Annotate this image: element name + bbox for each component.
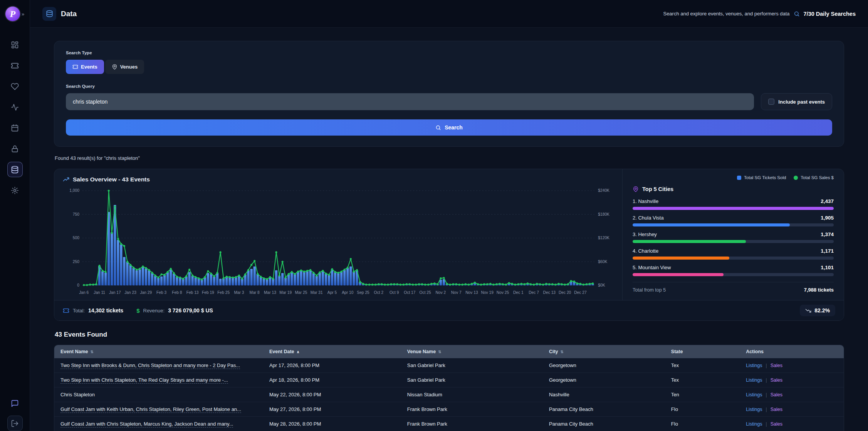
svg-text:$0K: $0K: [598, 283, 605, 287]
svg-text:Mar 8: Mar 8: [250, 290, 260, 295]
sidebar-item-tickets[interactable]: [7, 58, 23, 73]
total-label: Total:: [73, 308, 85, 314]
svg-text:$120K: $120K: [598, 236, 609, 240]
table-row: Two Step Inn with Chris Stapleton, The R…: [54, 373, 844, 387]
calendar-icon: [11, 124, 19, 132]
map-pin-icon: [633, 186, 639, 192]
city-bar-track: [633, 257, 834, 260]
venue-name-cell: Frank Brown Park: [402, 417, 544, 431]
listings-link[interactable]: Listings: [746, 377, 762, 383]
city-item-mountain-view: 5. Mountain View1,101: [633, 265, 834, 276]
logo-area: P »: [0, 0, 30, 28]
svg-text:Oct 9: Oct 9: [390, 290, 399, 295]
svg-text:Jan 29: Jan 29: [140, 290, 152, 295]
city-item-chula-vista: 2. Chula Vista1,905: [633, 215, 834, 226]
search-type-tab-events[interactable]: Events: [66, 60, 104, 74]
sales-link[interactable]: Sales: [771, 377, 782, 383]
search-button[interactable]: Search: [66, 119, 832, 136]
activity-icon: [11, 103, 19, 111]
sidebar-item-calendar[interactable]: [7, 120, 23, 136]
venue-name-cell: Frank Brown Park: [402, 402, 544, 416]
sidebar-item-favorites[interactable]: [7, 79, 23, 94]
city-bar-fill: [633, 257, 729, 260]
svg-text:0: 0: [77, 283, 79, 287]
city-item-hershey: 3. Hershey1,374: [633, 231, 834, 243]
svg-text:Feb 19: Feb 19: [202, 290, 214, 295]
ticket-icon: [72, 64, 78, 70]
svg-text:$240K: $240K: [598, 188, 609, 193]
actions-divider: |: [766, 407, 767, 412]
city-item-nashville: 1. Nashville2,437: [633, 198, 834, 210]
events-table: Event Name⇅Event Date∧Venue Name⇅City⇅St…: [54, 345, 844, 431]
sales-link[interactable]: Sales: [771, 392, 782, 397]
svg-text:$180K: $180K: [598, 212, 609, 216]
svg-text:$60K: $60K: [598, 260, 607, 264]
svg-text:Mar 3: Mar 3: [234, 290, 244, 295]
column-header-venue-name[interactable]: Venue Name⇅: [402, 345, 544, 358]
svg-text:Feb 3: Feb 3: [156, 290, 166, 295]
column-header-event-date[interactable]: Event Date∧: [264, 345, 402, 358]
svg-text:Jan 17: Jan 17: [109, 290, 121, 295]
include-past-events-toggle[interactable]: Include past events: [761, 93, 832, 110]
city-cell: Panama City Beach: [544, 417, 666, 431]
search-query-label: Search Query: [66, 84, 832, 89]
venue-name-cell: San Gabriel Park: [402, 373, 544, 387]
sort-icon: ⇅: [438, 350, 441, 354]
column-header-event-name[interactable]: Event Name⇅: [55, 345, 264, 358]
svg-text:Feb 8: Feb 8: [172, 290, 182, 295]
sort-asc-icon: ∧: [297, 350, 300, 354]
event-date-cell: May 22, 2026, 8:00 PM: [264, 387, 402, 402]
search-card: Search Type EventsVenues Search Query In…: [54, 41, 844, 147]
sidebar-item-logout[interactable]: [7, 416, 23, 431]
listings-link[interactable]: Listings: [746, 392, 762, 397]
actions-cell: Listings|Sales: [740, 373, 843, 387]
svg-text:250: 250: [73, 260, 79, 264]
sales-link[interactable]: Sales: [771, 421, 782, 427]
app-logo[interactable]: P: [5, 7, 20, 21]
listings-link[interactable]: Listings: [746, 407, 762, 412]
state-cell: Flo: [666, 402, 740, 416]
column-header-actions: Actions: [740, 345, 843, 358]
svg-text:Dec 7: Dec 7: [529, 290, 539, 295]
svg-text:Jan 11: Jan 11: [94, 290, 105, 295]
svg-text:Oct 17: Oct 17: [404, 290, 415, 295]
svg-text:Dec 20: Dec 20: [559, 290, 571, 295]
sidebar-expand-icon[interactable]: »: [22, 11, 24, 17]
city-bar-track: [633, 223, 834, 226]
sales-overview-chart[interactable]: 0$0K250$60K500$120K750$180K1,000$240KJan…: [63, 184, 619, 300]
top-cities-title: Top 5 Cities: [642, 186, 673, 192]
include-past-events-checkbox[interactable]: [768, 99, 774, 105]
logout-icon: [11, 419, 19, 428]
sidebar-item-activity[interactable]: [7, 99, 23, 115]
legend-swatch: [737, 176, 741, 180]
svg-text:Mar 31: Mar 31: [311, 290, 323, 295]
event-date-cell: May 28, 2026, 8:00 PM: [264, 417, 402, 431]
listings-link[interactable]: Listings: [746, 421, 762, 427]
actions-cell: Listings|Sales: [740, 417, 843, 431]
sales-link[interactable]: Sales: [771, 407, 782, 412]
sidebar-item-dashboard[interactable]: [7, 37, 23, 52]
svg-text:Oct 2: Oct 2: [374, 290, 384, 295]
chat-icon: [11, 399, 19, 408]
table-row: Gulf Coast Jam with Chris Stapleton, Mar…: [54, 417, 844, 431]
topbar: Data Search and explore events, venues, …: [30, 0, 868, 28]
search-query-input[interactable]: [66, 93, 754, 110]
sidebar-item-security[interactable]: [7, 141, 23, 156]
main-area: Data Search and explore events, venues, …: [30, 0, 868, 431]
cities-total-value: 7,988 tickets: [804, 287, 834, 293]
listings-link[interactable]: Listings: [746, 363, 762, 368]
sales-link[interactable]: Sales: [771, 363, 782, 368]
event-date-cell: Apr 17, 2026, 8:00 PM: [264, 358, 402, 372]
search-type-tab-venues[interactable]: Venues: [105, 60, 144, 74]
svg-text:Mar 19: Mar 19: [279, 290, 292, 295]
actions-cell: Listings|Sales: [740, 358, 843, 372]
sidebar-item-chat[interactable]: [7, 396, 23, 411]
chart-title: Sales Overview - 43 Events: [73, 176, 150, 183]
sidebar-item-data[interactable]: [7, 162, 23, 177]
svg-text:Feb 13: Feb 13: [186, 290, 199, 295]
revenue-value: 3 726 079,00 $ US: [168, 307, 213, 314]
sidebar-bottom: [7, 396, 23, 431]
state-cell: Tex: [666, 358, 740, 372]
column-header-city[interactable]: City⇅: [544, 345, 666, 358]
sidebar-item-settings[interactable]: [7, 183, 23, 198]
